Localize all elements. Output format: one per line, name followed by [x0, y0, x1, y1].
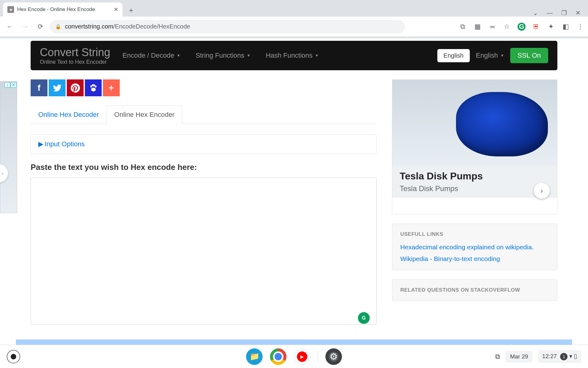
extensions-icon[interactable]: ✦ — [547, 23, 555, 31]
input-options-panel[interactable]: ▶Input Options — [31, 134, 377, 154]
adchoices-badge[interactable]: i✕ — [5, 82, 16, 88]
nav-hash-functions[interactable]: Hash Functions▼ — [266, 52, 319, 59]
page-content: i✕ › Convert String Online Text to Hex E… — [0, 38, 588, 351]
cast-icon[interactable]: ⧉ — [459, 23, 467, 31]
useful-links-panel: USEFULL LINKS Hexadecimal encoding expla… — [392, 224, 557, 270]
prompt-heading: Paste the text you wish to Hex encode he… — [31, 163, 377, 172]
launcher-button[interactable] — [7, 350, 20, 363]
files-app-icon[interactable]: 📁 — [246, 348, 263, 365]
pinterest-share-button[interactable] — [67, 79, 84, 96]
svg-point-3 — [95, 85, 96, 88]
youtube-music-icon[interactable]: ▶ — [294, 348, 311, 365]
tab-hex-decoder[interactable]: Online Hex Decoder — [31, 105, 107, 124]
caret-icon: ▼ — [177, 53, 180, 58]
baidu-paw-icon — [89, 83, 98, 93]
favicon-icon: ◈ — [7, 6, 14, 13]
caret-icon: ▼ — [247, 53, 251, 58]
language-dropdown[interactable]: English▼ — [476, 52, 504, 59]
pump-illustration — [456, 92, 548, 156]
settings-app-icon[interactable]: ⚙ — [326, 348, 342, 365]
battery-icon: ▯ — [574, 353, 577, 359]
browser-chrome: ◈ Hex Encode - Online Hex Encode ✕ + ⌄ —… — [0, 0, 588, 38]
address-bar[interactable]: 🔒 convertstring.com/EncodeDecode/HexEnco… — [50, 20, 405, 33]
chevron-down-icon[interactable]: ⌄ — [533, 9, 538, 17]
close-window-icon[interactable]: ✕ — [575, 9, 581, 17]
grammarly-icon[interactable]: G — [518, 23, 526, 31]
encoder-tabs: Online Hex Decoder Online Hex Encoder — [31, 105, 377, 124]
nav-string-functions[interactable]: String Functions▼ — [196, 52, 251, 59]
pinterest-icon — [71, 83, 80, 93]
nav-encode-decode[interactable]: Encode / Decode▼ — [123, 52, 180, 59]
ssl-button[interactable]: SSL On — [510, 48, 548, 63]
os-taskbar: 📁 ▶ ⚙ ⧉ Mar 29 12:27 1 ▾ ▯ — [0, 345, 588, 368]
link-wikipedia-binary[interactable]: Wikipedia - Binary-to-text encoding — [400, 255, 549, 263]
caret-icon: ▼ — [315, 53, 319, 58]
wifi-icon: ▾ — [569, 353, 574, 359]
new-tab-button[interactable]: + — [125, 4, 137, 17]
lang-label: English — [476, 52, 498, 59]
back-button[interactable]: ← — [4, 21, 16, 33]
baidu-share-button[interactable] — [85, 79, 102, 96]
time-label: 12:27 — [542, 353, 557, 359]
menu-icon[interactable]: ⋮ — [576, 23, 584, 31]
left-ad-sliver[interactable]: i✕ — [0, 81, 17, 213]
nav-right: English English▼ SSL On — [437, 48, 548, 63]
tab-bar: ◈ Hex Encode - Online Hex Encode ✕ + ⌄ —… — [0, 0, 588, 17]
sidebar-ad[interactable]: i✕ Tesla Disk Pumps Tesla Disk Pumps › — [392, 79, 557, 214]
svg-point-2 — [93, 84, 95, 86]
hex-input-textarea[interactable] — [31, 178, 377, 325]
ad-next-arrow[interactable]: › — [534, 183, 550, 199]
share-icon[interactable]: ⫘ — [488, 23, 496, 31]
browser-toolbar: ← → ⟳ 🔒 convertstring.com/EncodeDecode/H… — [0, 17, 588, 37]
brand[interactable]: Convert String Online Text to Hex Encode… — [40, 46, 110, 65]
plus-icon: + — [109, 83, 114, 93]
maximize-icon[interactable]: ❐ — [561, 9, 567, 17]
svg-point-0 — [90, 85, 92, 88]
main-column: f + Online Hex Decoder Online Hex Encode… — [31, 79, 377, 326]
qr-icon[interactable]: ▦ — [473, 23, 481, 31]
browser-tab[interactable]: ◈ Hex Encode - Online Hex Encode ✕ — [3, 2, 123, 17]
sidepanel-icon[interactable]: ◧ — [562, 23, 570, 31]
stackoverflow-panel: RELATED QUESTIONS ON STACKOVERFLOW — [392, 279, 557, 301]
forward-button[interactable]: → — [19, 21, 31, 33]
stackoverflow-heading: RELATED QUESTIONS ON STACKOVERFLOW — [400, 287, 549, 293]
ad-title: Tesla Disk Pumps — [400, 171, 550, 182]
brave-shield-icon[interactable]: ⛨ — [532, 23, 540, 31]
disclosure-triangle-icon: ▶ — [38, 140, 43, 148]
addthis-button[interactable]: + — [103, 79, 120, 96]
nav-label: Hash Functions — [266, 52, 313, 59]
caret-icon: ▼ — [500, 53, 504, 58]
svg-point-1 — [92, 84, 93, 86]
toolbar-icons: ⧉ ▦ ⫘ ☆ G ⛨ ✦ ◧ ⋮ — [459, 23, 584, 31]
ad-subtitle: Tesla Disk Pumps — [400, 184, 550, 193]
minimize-icon[interactable]: — — [547, 10, 553, 17]
url-domain: convertstring.com — [65, 23, 113, 30]
bookmark-icon[interactable]: ☆ — [503, 23, 511, 31]
facebook-share-button[interactable]: f — [31, 79, 47, 96]
screenshot-icon[interactable]: ⧉ — [495, 353, 500, 361]
language-button[interactable]: English — [437, 49, 470, 62]
close-tab-icon[interactable]: ✕ — [114, 6, 118, 13]
lock-icon: 🔒 — [55, 24, 61, 29]
twitter-icon — [53, 83, 62, 93]
tab-hex-encoder[interactable]: Online Hex Encoder — [107, 105, 182, 124]
ad-text: Tesla Disk Pumps Tesla Disk Pumps — [392, 166, 557, 198]
system-tray[interactable]: ⧉ Mar 29 12:27 1 ▾ ▯ — [495, 350, 581, 363]
grammarly-badge-icon[interactable]: G — [357, 311, 371, 325]
link-wikipedia-hex[interactable]: Hexadecimal encoding explained on wikipe… — [400, 243, 549, 251]
facebook-icon: f — [38, 83, 40, 93]
window-controls: ⌄ — ❐ ✕ — [533, 9, 588, 17]
input-options-label: Input Options — [45, 140, 85, 148]
twitter-share-button[interactable] — [49, 79, 66, 96]
status-pill[interactable]: 12:27 1 ▾ ▯ — [538, 350, 581, 363]
brand-title: Convert String — [40, 46, 110, 59]
ad-image — [392, 80, 557, 166]
date-pill[interactable]: Mar 29 — [506, 351, 532, 362]
taskbar-apps: 📁 ▶ ⚙ — [246, 348, 342, 365]
reload-button[interactable]: ⟳ — [34, 21, 47, 33]
nav-label: String Functions — [196, 52, 244, 59]
url-path: /EncodeDecode/HexEncode — [113, 23, 190, 30]
sidebar-column: i✕ Tesla Disk Pumps Tesla Disk Pumps › U… — [392, 79, 557, 326]
separator — [318, 350, 318, 363]
chrome-app-icon[interactable] — [270, 348, 287, 365]
